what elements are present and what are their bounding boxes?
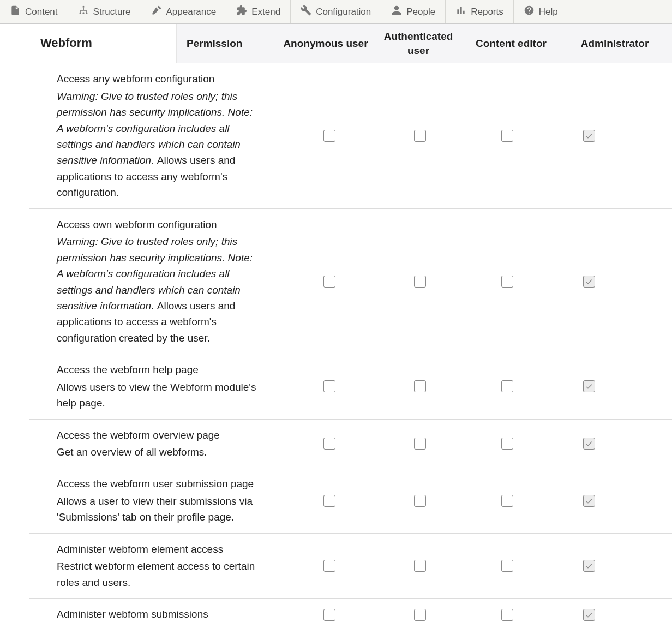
checkbox-cell (286, 476, 373, 525)
permission-title: Administer webform element access (57, 541, 259, 557)
permission-checkbox[interactable] (501, 560, 513, 572)
permission-row: Access the webform overview pageGet an o… (29, 420, 672, 469)
puzzle-icon (236, 5, 247, 19)
permission-cell: Access the webform overview pageGet an o… (29, 427, 286, 460)
checkbox-cell (373, 427, 467, 460)
permission-desc-text: Restrict webform element access to certa… (57, 560, 255, 588)
toolbar-item-label: Reports (471, 7, 503, 17)
toolbar-item-reports[interactable]: Reports (446, 0, 514, 23)
checkbox-cell (373, 476, 467, 525)
section-tab-webform[interactable]: Webform (0, 24, 177, 63)
toolbar-item-help[interactable]: Help (514, 0, 568, 23)
checkbox-cell (467, 362, 548, 411)
toolbar-item-structure[interactable]: Structure (68, 0, 141, 23)
checkbox-cell (373, 606, 467, 622)
permission-description: Warning: Give to trusted roles only; thi… (57, 88, 259, 201)
permission-description: Restrict webform element access to certa… (57, 558, 259, 590)
permission-checkbox[interactable] (414, 438, 426, 450)
permission-checkbox[interactable] (501, 495, 513, 507)
permission-cell: Administer webform submissions (29, 606, 286, 622)
file-icon (10, 5, 21, 19)
permissions-header-row: Webform Permission Anonymous user Authen… (0, 24, 672, 63)
people-icon (391, 5, 402, 19)
permission-checkbox (583, 560, 595, 572)
permission-desc-text: Allows users to view the Webform module'… (57, 381, 256, 409)
permission-checkbox[interactable] (323, 560, 335, 572)
checkbox-cell (467, 217, 548, 346)
permission-title: Access the webform help page (57, 362, 259, 378)
permission-checkbox[interactable] (323, 130, 335, 142)
permission-cell: Access own webform configurationWarning:… (29, 217, 286, 346)
checkbox-cell (286, 541, 373, 590)
toolbar-item-people[interactable]: People (381, 0, 446, 23)
permission-description: Get an overview of all webforms. (57, 444, 259, 460)
permission-checkbox[interactable] (323, 438, 335, 450)
permission-checkbox (583, 380, 595, 392)
permission-cell: Administer webform element accessRestric… (29, 541, 286, 590)
permission-cell: Access the webform help pageAllows users… (29, 362, 286, 411)
permission-checkbox[interactable] (501, 609, 513, 621)
checkbox-cell (373, 541, 467, 590)
checkbox-cell (286, 606, 373, 622)
permission-description: Allows a user to view their submissions … (57, 493, 259, 525)
permission-checkbox[interactable] (501, 438, 513, 450)
checkbox-cell (548, 476, 631, 525)
checkbox-cell (467, 606, 548, 622)
permission-row: Access the webform user submission pageA… (29, 468, 672, 533)
permission-checkbox[interactable] (323, 609, 335, 621)
permission-checkbox[interactable] (323, 276, 335, 288)
checkbox-cell (286, 71, 373, 201)
permission-checkbox (583, 130, 595, 142)
reports-icon (455, 5, 466, 19)
toolbar-item-label: Structure (93, 7, 131, 17)
permission-row: Access any webform configurationWarning:… (29, 63, 672, 209)
help-icon (524, 5, 535, 19)
toolbar-item-extend[interactable]: Extend (226, 0, 291, 23)
permission-title: Access the webform user submission page (57, 476, 259, 492)
permission-checkbox[interactable] (414, 495, 426, 507)
permission-row: Administer webform element accessRestric… (29, 534, 672, 599)
toolbar-item-label: People (406, 7, 435, 17)
permission-title: Access own webform configuration (57, 217, 259, 232)
permission-row: Access own webform configurationWarning:… (29, 209, 672, 355)
permission-cell: Access the webform user submission pageA… (29, 476, 286, 525)
checkbox-cell (373, 71, 467, 201)
permission-desc-text: Get an overview of all webforms. (57, 446, 207, 458)
permission-checkbox (583, 276, 595, 288)
permission-checkbox[interactable] (414, 609, 426, 621)
toolbar-item-label: Appearance (166, 7, 217, 17)
checkbox-cell (373, 362, 467, 411)
toolbar-item-label: Content (25, 7, 58, 17)
permission-checkbox[interactable] (414, 560, 426, 572)
toolbar-item-label: Help (539, 7, 558, 17)
appearance-icon (151, 5, 162, 19)
permission-checkbox[interactable] (501, 276, 513, 288)
permission-checkbox[interactable] (414, 380, 426, 392)
checkbox-cell (548, 217, 631, 346)
permission-checkbox (583, 438, 595, 450)
permission-checkbox[interactable] (501, 130, 513, 142)
permission-row: Administer webform submissions (29, 599, 672, 622)
permission-cell: Access any webform configurationWarning:… (29, 71, 286, 201)
permission-checkbox[interactable] (323, 495, 335, 507)
toolbar-item-label: Extend (251, 7, 280, 17)
permission-checkbox[interactable] (414, 130, 426, 142)
permission-checkbox[interactable] (414, 276, 426, 288)
permission-checkbox[interactable] (323, 380, 335, 392)
checkbox-cell (548, 362, 631, 411)
column-header-content-editor: Content editor (465, 24, 557, 63)
checkbox-cell (373, 217, 467, 346)
permission-row: Access the webform help pageAllows users… (29, 354, 672, 419)
toolbar-item-configuration[interactable]: Configuration (291, 0, 381, 23)
column-header-administrator: Administrator (557, 24, 672, 63)
permission-description: Warning: Give to trusted roles only; thi… (57, 234, 259, 346)
checkbox-cell (467, 427, 548, 460)
toolbar-item-content[interactable]: Content (0, 0, 68, 23)
column-header-authenticated: Authenticated user (372, 24, 465, 63)
toolbar-item-appearance[interactable]: Appearance (141, 0, 227, 23)
checkbox-cell (548, 606, 631, 622)
permission-checkbox[interactable] (501, 380, 513, 392)
permission-title: Access the webform overview page (57, 427, 259, 443)
permission-checkbox (583, 609, 595, 621)
checkbox-cell (286, 427, 373, 460)
